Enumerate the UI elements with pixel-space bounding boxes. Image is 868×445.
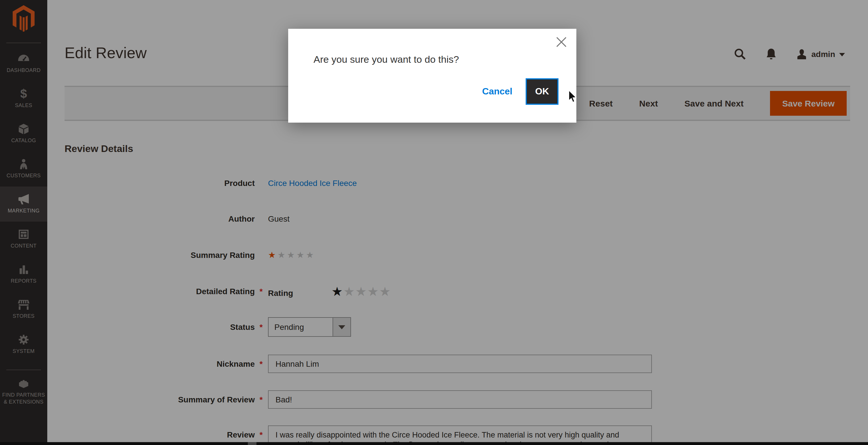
confirmation-modal: Are you sure you want to do this? Cancel…: [288, 29, 576, 123]
magento-admin-edit-review-page: DASHBOARD $ SALES CATALOG CUSTOM: [0, 0, 868, 445]
modal-footer: Cancel OK: [482, 78, 558, 105]
ok-button[interactable]: OK: [526, 78, 558, 105]
cancel-button[interactable]: Cancel: [482, 87, 513, 97]
mouse-cursor: [568, 91, 577, 105]
close-icon[interactable]: [554, 35, 568, 49]
modal-message: Are you sure you want to do this?: [314, 54, 459, 66]
